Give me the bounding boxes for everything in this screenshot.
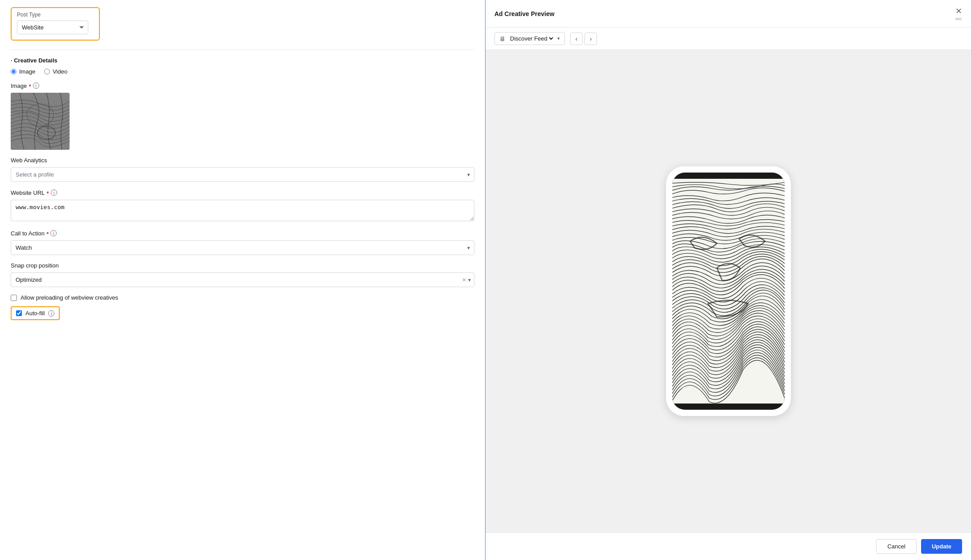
auto-fill-info-icon[interactable]: i	[48, 310, 54, 317]
cancel-button[interactable]: Cancel	[876, 539, 916, 554]
image-section: Image • i	[11, 82, 474, 150]
placement-select[interactable]: Discover Feed Stories Spotlight	[508, 35, 555, 42]
preload-row: Allow preloading of webview creatives	[11, 294, 474, 301]
close-button[interactable]: ✕ esc	[955, 6, 962, 21]
creative-details-label: Creative Details	[11, 57, 474, 64]
close-esc-label: esc	[955, 16, 962, 21]
svg-point-1	[27, 104, 53, 126]
image-required: •	[29, 82, 31, 89]
left-panel: Post Type WebSite App Article Creative D…	[0, 0, 486, 560]
phone-mockup	[666, 166, 791, 416]
svg-point-2	[37, 126, 55, 140]
web-analytics-label: Web Analytics	[11, 157, 47, 164]
cta-select[interactable]: Watch Learn More Shop Now Sign Up Downlo…	[11, 240, 474, 255]
placement-select-wrapper: 🖥 Discover Feed Stories Spotlight ▾	[494, 32, 565, 45]
image-thumbnail[interactable]	[11, 93, 70, 150]
snap-crop-label-row: Snap crop position	[11, 262, 474, 269]
preview-toolbar: 🖥 Discover Feed Stories Spotlight ▾ ‹ ›	[486, 28, 971, 50]
video-radio-text: Video	[53, 68, 67, 75]
cta-required: •	[46, 230, 49, 237]
post-type-label: Post Type	[17, 12, 94, 18]
svg-rect-0	[11, 93, 70, 150]
preview-area	[486, 50, 971, 532]
website-url-label: Website URL	[11, 189, 45, 196]
nav-arrows: ‹ ›	[570, 33, 597, 45]
preload-checkbox[interactable]	[11, 295, 17, 301]
ad-preview-svg	[672, 173, 785, 410]
preview-header: Ad Creative Preview ✕ esc	[486, 0, 971, 28]
image-label-row: Image • i	[11, 82, 474, 89]
next-arrow-button[interactable]: ›	[584, 33, 597, 45]
prev-arrow-button[interactable]: ‹	[570, 33, 583, 45]
auto-fill-row: Auto-fill i	[11, 306, 60, 320]
web-analytics-select-wrapper: Select a profile	[11, 167, 474, 182]
post-type-select[interactable]: WebSite App Article	[17, 21, 88, 34]
website-url-section: Website URL • i www.movies.com	[11, 189, 474, 222]
close-x-icon: ✕	[955, 6, 962, 16]
snap-crop-label: Snap crop position	[11, 262, 59, 269]
website-url-input[interactable]: www.movies.com	[11, 200, 474, 221]
call-to-action-section: Call to Action • i Watch Learn More Shop…	[11, 230, 474, 255]
auto-fill-label: Auto-fill	[25, 310, 45, 317]
auto-fill-checkbox[interactable]	[16, 310, 22, 316]
thumbnail-svg	[11, 93, 70, 150]
image-preview	[11, 93, 70, 150]
divider	[11, 49, 474, 50]
update-button[interactable]: Update	[921, 539, 962, 554]
image-info-icon[interactable]: i	[33, 82, 39, 89]
image-label: Image	[11, 82, 27, 89]
image-radio-text: Image	[19, 68, 35, 75]
creative-details-section: Creative Details Image Video	[11, 57, 474, 75]
right-panel: Ad Creative Preview ✕ esc 🖥 Discover Fee…	[486, 0, 971, 560]
cta-select-wrapper: Watch Learn More Shop Now Sign Up Downlo…	[11, 240, 474, 255]
url-info-icon[interactable]: i	[51, 189, 57, 196]
website-url-label-row: Website URL • i	[11, 189, 474, 196]
monitor-icon: 🖥	[499, 35, 506, 42]
snap-crop-section: Snap crop position Optimized Top Center …	[11, 262, 474, 287]
placement-chevron-icon: ▾	[557, 36, 560, 41]
media-type-group: Image Video	[11, 68, 474, 75]
cta-info-icon[interactable]: i	[50, 230, 57, 236]
web-analytics-label-row: Web Analytics	[11, 157, 474, 164]
post-type-section: Post Type WebSite App Article	[11, 7, 100, 41]
url-required: •	[46, 189, 49, 196]
image-radio-label[interactable]: Image	[11, 68, 35, 75]
phone-screen	[672, 173, 785, 410]
web-analytics-section: Web Analytics Select a profile	[11, 157, 474, 182]
video-radio-label[interactable]: Video	[44, 68, 67, 75]
image-radio[interactable]	[11, 69, 16, 74]
cta-label: Call to Action	[11, 230, 45, 237]
preload-label: Allow preloading of webview creatives	[21, 294, 118, 301]
preview-title: Ad Creative Preview	[494, 10, 555, 17]
snap-crop-select[interactable]: Optimized Top Center Bottom	[11, 272, 474, 287]
footer-actions: Cancel Update	[486, 532, 971, 560]
cta-label-row: Call to Action • i	[11, 230, 474, 237]
web-analytics-select[interactable]: Select a profile	[11, 167, 474, 182]
snap-crop-select-wrapper: Optimized Top Center Bottom ✕ ▾	[11, 272, 474, 287]
video-radio[interactable]	[44, 69, 50, 74]
